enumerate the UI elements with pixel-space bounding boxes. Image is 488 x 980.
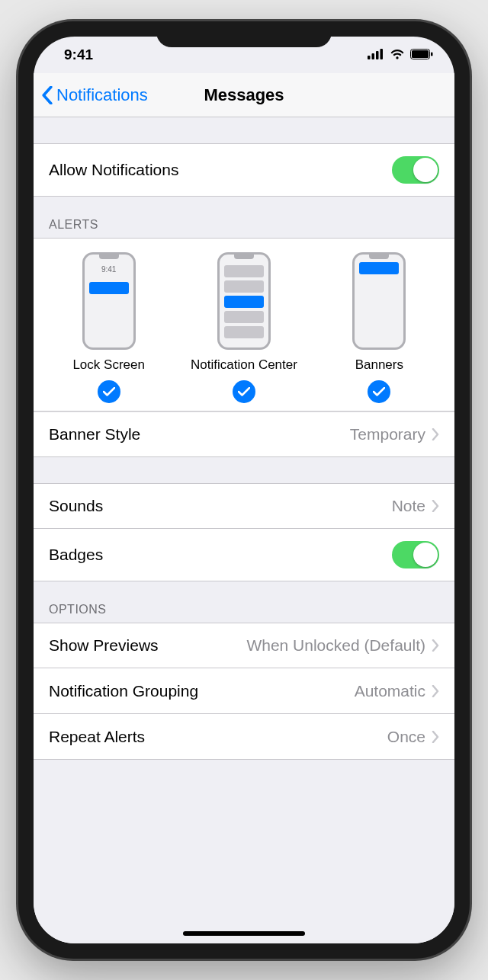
alert-option-notification-center[interactable]: Notification Center xyxy=(177,252,311,403)
check-icon xyxy=(238,387,250,396)
notification-center-label: Notification Center xyxy=(191,357,297,373)
alerts-panel: 9:41 Lock Screen xyxy=(34,238,454,412)
allow-notifications-toggle[interactable] xyxy=(392,156,439,184)
spacer xyxy=(34,457,454,483)
spacer xyxy=(34,117,454,143)
check-icon xyxy=(373,387,385,396)
check-icon xyxy=(103,387,115,396)
lock-screen-label: Lock Screen xyxy=(72,357,145,373)
lock-screen-icon: 9:41 xyxy=(82,252,136,350)
show-previews-value: When Unlocked (Default) xyxy=(246,636,425,655)
home-indicator[interactable] xyxy=(183,931,305,936)
battery-icon xyxy=(410,46,433,63)
back-button[interactable]: Notifications xyxy=(41,85,148,105)
banner-style-row[interactable]: Banner Style Temporary xyxy=(34,412,454,457)
chevron-left-icon xyxy=(41,86,53,104)
notification-center-check[interactable] xyxy=(233,380,255,403)
banners-check[interactable] xyxy=(368,380,390,403)
show-previews-label: Show Previews xyxy=(49,636,159,655)
banner-style-label: Banner Style xyxy=(49,425,140,444)
show-previews-row[interactable]: Show Previews When Unlocked (Default) xyxy=(34,623,454,668)
chevron-right-icon xyxy=(432,428,439,440)
lock-screen-check[interactable] xyxy=(98,380,120,403)
repeat-alerts-value: Once xyxy=(387,728,425,746)
svg-rect-5 xyxy=(412,50,429,58)
device-notch xyxy=(156,21,332,47)
screen: 9:41 Notifications Messages xyxy=(34,37,454,943)
svg-rect-0 xyxy=(368,56,371,59)
chevron-right-icon xyxy=(432,500,439,512)
status-icons xyxy=(368,46,433,63)
chevron-right-icon xyxy=(432,639,439,652)
notification-grouping-row[interactable]: Notification Grouping Automatic xyxy=(34,668,454,714)
status-time: 9:41 xyxy=(64,46,93,63)
options-header: OPTIONS xyxy=(34,581,454,623)
notification-grouping-value: Automatic xyxy=(355,682,425,700)
toggle-knob xyxy=(413,543,438,567)
allow-notifications-row[interactable]: Allow Notifications xyxy=(34,143,454,197)
content-area: Allow Notifications ALERTS 9:41 Loc xyxy=(34,117,454,943)
chevron-right-icon xyxy=(432,731,439,743)
banners-label: Banners xyxy=(355,357,403,373)
toggle-knob xyxy=(413,158,438,182)
back-label: Notifications xyxy=(56,85,148,105)
notification-center-icon xyxy=(217,252,271,350)
notification-grouping-label: Notification Grouping xyxy=(49,682,198,700)
allow-notifications-label: Allow Notifications xyxy=(49,161,178,179)
svg-rect-6 xyxy=(431,53,433,56)
sounds-row[interactable]: Sounds Note xyxy=(34,483,454,529)
badges-row[interactable]: Badges xyxy=(34,529,454,581)
page-title: Messages xyxy=(204,85,284,105)
badges-label: Badges xyxy=(49,546,103,564)
nav-bar: Notifications Messages xyxy=(34,73,454,117)
sounds-label: Sounds xyxy=(49,497,103,515)
alert-option-lock-screen[interactable]: 9:41 Lock Screen xyxy=(42,252,176,403)
svg-rect-2 xyxy=(376,51,379,59)
alert-option-banners[interactable]: Banners xyxy=(313,252,447,403)
sounds-value: Note xyxy=(392,497,425,515)
banners-icon xyxy=(352,252,406,350)
svg-rect-3 xyxy=(380,49,384,59)
device-frame: 9:41 Notifications Messages xyxy=(18,21,470,959)
badges-toggle[interactable] xyxy=(392,541,439,568)
wifi-icon xyxy=(390,46,405,63)
banner-style-value: Temporary xyxy=(350,425,425,444)
alert-options: 9:41 Lock Screen xyxy=(41,252,447,403)
repeat-alerts-label: Repeat Alerts xyxy=(49,728,145,746)
chevron-right-icon xyxy=(432,685,439,697)
svg-rect-1 xyxy=(372,53,375,59)
alerts-header: ALERTS xyxy=(34,197,454,238)
repeat-alerts-row[interactable]: Repeat Alerts Once xyxy=(34,714,454,760)
cellular-icon xyxy=(368,46,384,63)
mini-lock-time: 9:41 xyxy=(85,265,133,274)
